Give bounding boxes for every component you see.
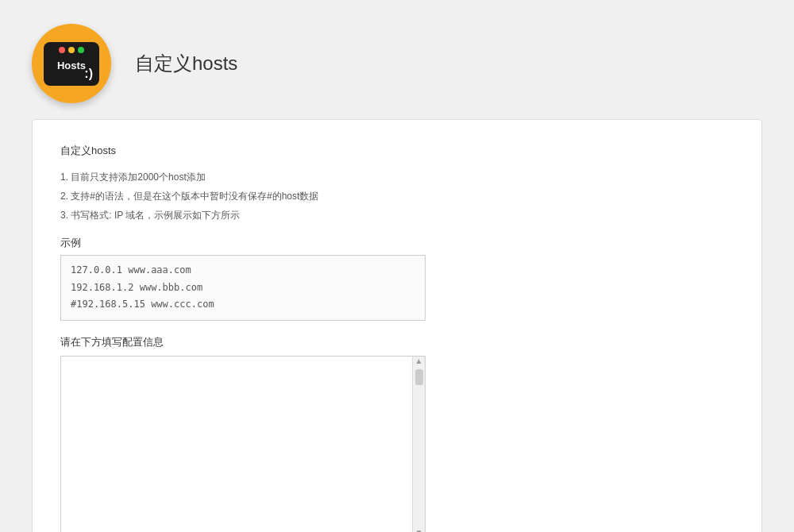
panel-title: 自定义hosts — [60, 144, 734, 158]
app-icon-symbol: :) — [84, 67, 93, 81]
header: Hosts :) 自定义hosts — [32, 24, 762, 103]
app-icon: Hosts :) — [32, 24, 111, 103]
instruction-line-1: 1. 目前只支持添加2000个host添加 — [60, 168, 734, 187]
scrollbar-up-icon[interactable]: ▲ — [414, 357, 424, 366]
example-line-3: #192.168.5.15 www.ccc.com — [71, 296, 415, 314]
icon-dots — [59, 47, 84, 53]
scrollbar-track[interactable]: ▲ ▼ — [412, 357, 425, 532]
dot-yellow-icon — [68, 47, 75, 53]
scrollbar-handle[interactable] — [415, 369, 423, 385]
page-wrapper: Hosts :) 自定义hosts 自定义hosts 1. 目前只支持添加200… — [0, 0, 794, 532]
example-label: 示例 — [60, 236, 734, 250]
example-line-2: 192.168.1.2 www.bbb.com — [71, 279, 415, 297]
app-icon-inner: Hosts :) — [44, 42, 99, 86]
instruction-line-3: 3. 书写格式: IP 域名，示例展示如下方所示 — [60, 206, 734, 225]
config-label: 请在下方填写配置信息 — [60, 335, 734, 349]
content-panel: 自定义hosts 1. 目前只支持添加2000个host添加 2. 支持#的语法… — [32, 119, 762, 532]
dot-green-icon — [78, 47, 84, 53]
config-textarea[interactable] — [61, 357, 412, 532]
scrollbar-down-icon[interactable]: ▼ — [414, 528, 424, 532]
instruction-line-2: 2. 支持#的语法，但是在这个版本中暂时没有保存#的host数据 — [60, 187, 734, 206]
page-title: 自定义hosts — [135, 51, 237, 76]
example-line-1: 127.0.0.1 www.aaa.com — [71, 262, 415, 279]
dot-red-icon — [59, 47, 65, 53]
example-box: 127.0.0.1 www.aaa.com 192.168.1.2 www.bb… — [60, 255, 426, 321]
app-icon-label: Hosts — [57, 60, 86, 71]
instructions: 1. 目前只支持添加2000个host添加 2. 支持#的语法，但是在这个版本中… — [60, 168, 734, 225]
scrollbar-thumb-area — [415, 366, 423, 528]
config-textarea-wrapper: ▲ ▼ — [60, 356, 426, 532]
